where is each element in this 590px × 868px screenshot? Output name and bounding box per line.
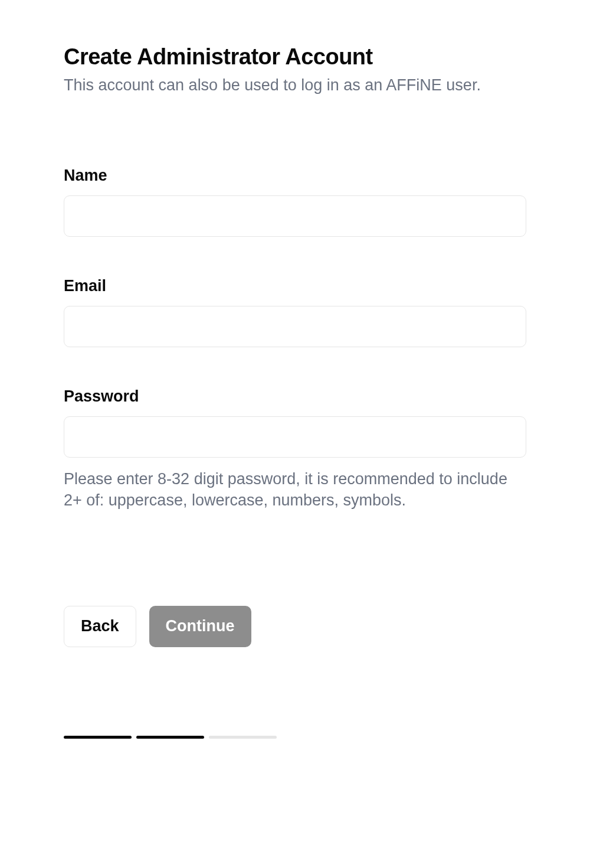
name-field-group: Name xyxy=(64,167,526,237)
page-subtitle: This account can also be used to log in … xyxy=(64,74,526,97)
back-button[interactable]: Back xyxy=(64,606,136,647)
password-field-group: Password Please enter 8-32 digit passwor… xyxy=(64,387,526,511)
name-label: Name xyxy=(64,167,526,185)
admin-form: Name Email Password Please enter 8-32 di… xyxy=(64,167,526,511)
progress-indicator xyxy=(64,736,526,739)
progress-step-1 xyxy=(64,736,132,739)
password-input[interactable] xyxy=(64,416,526,458)
email-field-group: Email xyxy=(64,277,526,347)
name-input[interactable] xyxy=(64,195,526,237)
email-input[interactable] xyxy=(64,306,526,347)
progress-step-3 xyxy=(209,736,277,739)
progress-step-2 xyxy=(136,736,204,739)
password-label: Password xyxy=(64,387,526,406)
password-hint: Please enter 8-32 digit password, it is … xyxy=(64,468,526,511)
page-title: Create Administrator Account xyxy=(64,44,526,70)
email-label: Email xyxy=(64,277,526,295)
button-row: Back Continue xyxy=(64,606,526,647)
continue-button[interactable]: Continue xyxy=(149,606,251,647)
